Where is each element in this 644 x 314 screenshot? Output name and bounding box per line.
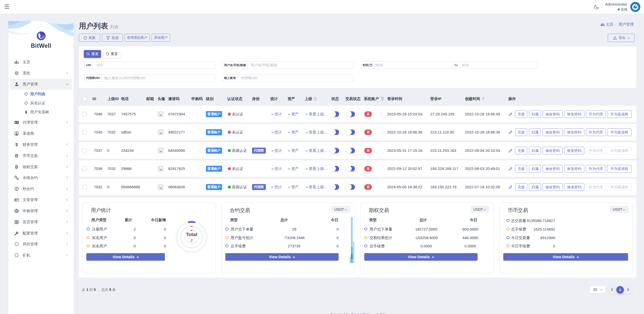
svg-text:2: 2 bbox=[191, 238, 193, 242]
svg-text:$: $ bbox=[15, 142, 18, 147]
svg-text:Total: Total bbox=[186, 232, 197, 237]
svg-text:B: B bbox=[15, 154, 18, 158]
svg-text:?: ? bbox=[315, 98, 316, 100]
svg-text:B: B bbox=[15, 165, 18, 169]
